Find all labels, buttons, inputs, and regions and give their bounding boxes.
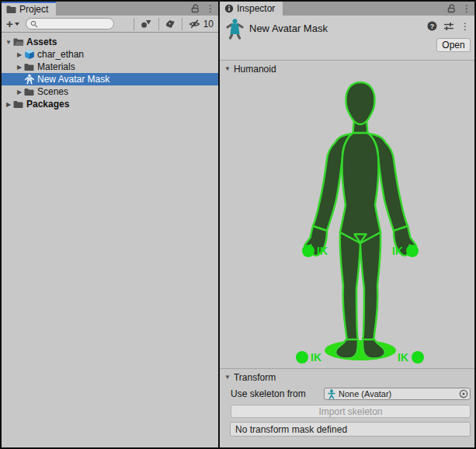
asset-title: New Avatar Mask [249, 23, 328, 34]
tree-item-label: Materials [35, 61, 75, 72]
tree-item-label: Scenes [35, 86, 68, 97]
mask-right-leg[interactable] [360, 232, 380, 342]
object-picker-icon[interactable] [459, 389, 468, 399]
project-search [26, 18, 114, 30]
ik-right-foot-dot[interactable] [412, 351, 424, 364]
project-tabbar: Project ⋮ [2, 2, 218, 16]
folder-icon [6, 5, 16, 14]
mask-torso[interactable] [340, 133, 380, 243]
ik-left-hand-dot[interactable] [302, 245, 314, 257]
tab-inspector[interactable]: Inspector [220, 2, 283, 16]
tab-inspector-label: Inspector [237, 3, 275, 14]
humanoid-foldout[interactable]: ▼ Humanoid [220, 60, 474, 77]
skeleton-value: None (Avatar) [336, 389, 459, 399]
tree-item-scenes[interactable]: ▶ Scenes [2, 85, 218, 98]
hidden-count-label: 10 [203, 19, 214, 30]
transform-foldout[interactable]: ▼ Transform [220, 368, 474, 385]
foldout-open-icon: ▼ [224, 65, 231, 72]
foldout-closed-icon[interactable]: ▶ [16, 89, 23, 96]
ik-left-foot-label[interactable]: IK [311, 351, 321, 364]
avatar-icon [327, 389, 336, 399]
tag-icon [165, 19, 175, 29]
project-menu-icon[interactable]: ⋮ [206, 4, 215, 13]
transform-mask-infobox: No transform mask defined [230, 422, 471, 437]
folder-icon [24, 88, 34, 96]
tree-item-label: Assets [24, 37, 57, 47]
foldout-closed-icon[interactable]: ▶ [5, 101, 12, 108]
tree-item-label: char_ethan [35, 49, 84, 60]
ik-right-foot-label[interactable]: IK [398, 351, 408, 364]
tree-item-label: Packages [24, 99, 69, 110]
tab-project-label: Project [19, 4, 48, 15]
avatar-mask-icon [224, 19, 245, 40]
import-skeleton-button[interactable]: Import skeleton [231, 405, 471, 418]
unity-window: Project ⋮ + [0, 0, 476, 449]
plus-icon: + [6, 18, 13, 30]
tree-item-label: New Avatar Mask [35, 74, 109, 85]
humanoid-diagram: IK IK IK IK [220, 77, 474, 368]
use-skeleton-row: Use skeleton from None (Avatar) [220, 385, 474, 402]
project-tree: ▼ Assets ▶ char_ethan ▶ Materials New Av… [2, 33, 218, 110]
create-asset-button[interactable]: + [6, 18, 19, 30]
unlock-icon[interactable] [191, 4, 200, 13]
hidden-count-button[interactable]: 10 [186, 19, 217, 30]
inspector-tabbar: Inspector ⋮ [220, 2, 474, 16]
mask-head[interactable] [346, 82, 375, 124]
tree-item-new-avatar-mask[interactable]: New Avatar Mask [2, 73, 218, 85]
transform-section-label: Transform [234, 372, 276, 383]
help-icon[interactable]: ? [427, 21, 437, 31]
inspector-tabbar-controls: ⋮ [447, 2, 471, 16]
project-tabbar-controls: ⋮ [191, 2, 215, 16]
presets-icon[interactable] [443, 22, 454, 31]
ik-right-hand-label[interactable]: IK [392, 245, 403, 257]
folder-icon [13, 100, 23, 109]
ik-right-hand-dot[interactable] [406, 245, 419, 257]
ik-left-foot-dot[interactable] [296, 351, 308, 364]
tree-item-packages[interactable]: ▶ Packages [2, 98, 218, 110]
search-icon [30, 20, 38, 28]
open-button[interactable]: Open [436, 38, 471, 52]
eye-off-icon [189, 19, 202, 29]
foldout-open-icon[interactable]: ▼ [5, 39, 12, 46]
tree-item-char-ethan[interactable]: ▶ char_ethan [2, 48, 218, 61]
filter-by-type-button[interactable] [137, 19, 155, 29]
folder-open-icon [13, 37, 24, 47]
project-panel: Project ⋮ + [2, 2, 218, 447]
chevron-down-icon [15, 23, 19, 26]
unlock-icon[interactable] [447, 4, 456, 13]
filter-by-label-button[interactable] [162, 19, 179, 29]
header-menu-icon[interactable]: ⋮ [460, 22, 470, 31]
project-toolbar: + 10 [2, 16, 218, 33]
inspector-panel: Inspector ⋮ New Avatar Mask ? ⋮ Open [220, 2, 474, 447]
svg-text:?: ? [430, 23, 435, 30]
mask-left-leg[interactable] [340, 232, 360, 342]
folder-icon [24, 63, 34, 71]
use-skeleton-label: Use skeleton from [231, 388, 324, 399]
model-cube-icon [24, 49, 35, 60]
tab-project[interactable]: Project [2, 2, 56, 16]
search-input[interactable] [38, 19, 108, 29]
filter-type-icon [141, 19, 152, 29]
ik-left-hand-label[interactable]: IK [317, 245, 328, 257]
foldout-closed-icon[interactable]: ▶ [16, 51, 23, 58]
skeleton-object-field[interactable]: None (Avatar) [324, 388, 471, 400]
avatar-mask-icon [24, 74, 35, 85]
inspector-menu-icon[interactable]: ⋮ [462, 4, 471, 13]
foldout-open-icon: ▼ [224, 374, 231, 381]
foldout-closed-icon[interactable]: ▶ [16, 64, 23, 71]
tree-item-assets[interactable]: ▼ Assets [2, 36, 218, 48]
humanoid-section-label: Humanoid [234, 64, 276, 75]
info-icon [224, 4, 234, 13]
tree-item-materials[interactable]: ▶ Materials [2, 61, 218, 73]
inspector-header: New Avatar Mask ? ⋮ Open [220, 16, 474, 60]
